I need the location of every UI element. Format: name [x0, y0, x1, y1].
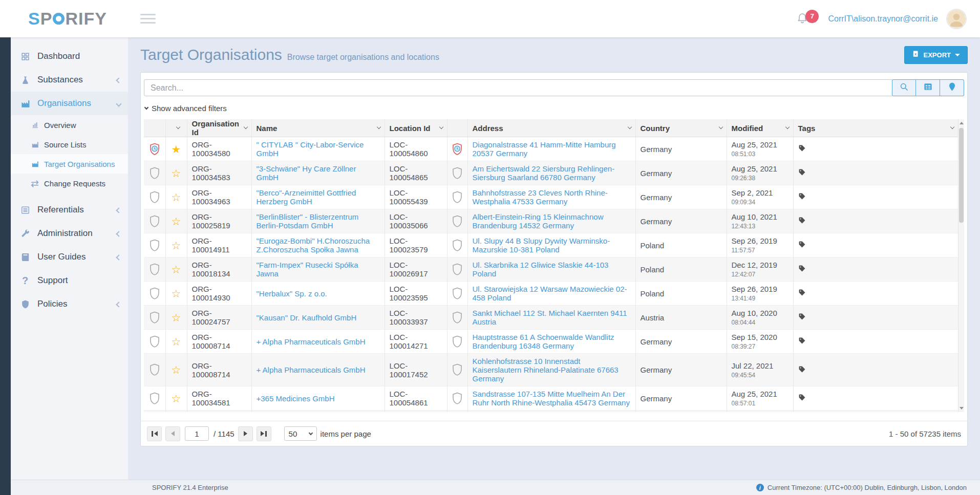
org-name-link[interactable]: + Alpha Pharmaceuticals GmbH: [257, 337, 366, 346]
avatar[interactable]: [946, 9, 967, 29]
search-button[interactable]: [892, 79, 916, 96]
tag-icon[interactable]: [798, 289, 806, 298]
search-input[interactable]: [144, 79, 892, 96]
tag-icon[interactable]: [798, 366, 806, 375]
sidebar-item-support[interactable]: ?Support: [11, 269, 128, 292]
star-icon[interactable]: ☆: [172, 312, 181, 324]
header-location-id[interactable]: Location Id: [385, 119, 447, 137]
org-name-link[interactable]: "Kausan" Dr. Kaufhold GmbH: [257, 313, 357, 322]
column-menu-icon[interactable]: [627, 125, 631, 129]
favorite-star[interactable]: ☆: [165, 161, 187, 185]
sidebar-item-administration[interactable]: Administration: [11, 222, 128, 245]
address-link[interactable]: Ul. Skarbnika 12 Gliwice Slaskie 44-103 …: [473, 261, 609, 278]
favorite-star[interactable]: ☆: [165, 257, 187, 282]
header-organisation-id[interactable]: Organisation Id: [187, 119, 251, 137]
star-icon[interactable]: ☆: [172, 240, 181, 251]
tag-icon[interactable]: [798, 313, 806, 322]
star-icon[interactable]: ☆: [172, 393, 181, 404]
address-link[interactable]: Albert-Einstein-Ring 15 Kleinmachnow Bra…: [473, 212, 604, 230]
address-link[interactable]: Sandstrasse 107-135 Mitte Muelheim An De…: [473, 390, 630, 407]
sidebar-item-referentials[interactable]: Referentials: [11, 198, 128, 222]
page-number-input[interactable]: [185, 426, 209, 441]
address-link[interactable]: Ul. Starowiejska 12 Warsaw Mazowieckie 0…: [473, 285, 627, 302]
tag-icon[interactable]: [798, 337, 806, 346]
address-link[interactable]: Ul. Slupy 44 B Slupy Dywity Warminsko-Ma…: [473, 236, 610, 254]
favorite-star[interactable]: ☆: [165, 411, 187, 413]
favorite-star[interactable]: ☆: [165, 185, 187, 209]
favorite-star[interactable]: ☆: [165, 330, 187, 354]
org-name-link[interactable]: "Eurogaz-Bombi" H.Choroszucha Z.Choroszu…: [257, 236, 370, 254]
sidebar-item-policies[interactable]: Policies: [11, 292, 128, 316]
address-link[interactable]: Sankt Michael 112 St. Michael Kaernten 9…: [473, 309, 627, 326]
last-page-button[interactable]: [257, 426, 271, 441]
star-icon[interactable]: ☆: [172, 167, 181, 179]
scroll-up-button[interactable]: [958, 119, 964, 127]
header-modified[interactable]: Modified: [727, 119, 793, 137]
header-star-column[interactable]: [165, 119, 187, 137]
app-logo[interactable]: SPRIFY: [28, 9, 107, 29]
org-name-link[interactable]: "Herbalux" Sp. z o.o.: [257, 289, 327, 298]
org-name-link[interactable]: "3-Schwäne" Hy Care Zöllner GmbH: [257, 164, 356, 182]
star-icon[interactable]: ☆: [172, 216, 181, 227]
star-icon[interactable]: ★: [172, 143, 181, 155]
org-name-link[interactable]: "Berco"-Arzneimittel Gottfried Herzberg …: [257, 188, 356, 206]
grid-view-button[interactable]: [916, 79, 940, 96]
org-name-link[interactable]: "BerlinBlister" - Blisterzentrum Berlin-…: [257, 212, 359, 230]
address-link[interactable]: Am Eichertswald 22 Siersburg Rehlingen-S…: [473, 164, 615, 182]
tag-icon[interactable]: [798, 145, 806, 154]
menu-toggle-icon[interactable]: [140, 14, 156, 24]
sidebar-item-dashboard[interactable]: Dashboard: [11, 45, 128, 68]
favorite-star[interactable]: ☆: [165, 209, 187, 233]
favorite-star[interactable]: ☆: [165, 354, 187, 386]
first-page-button[interactable]: [147, 426, 162, 441]
export-button[interactable]: x EXPORT: [904, 46, 968, 64]
star-icon[interactable]: ☆: [172, 264, 181, 275]
tag-icon[interactable]: [798, 193, 806, 202]
star-icon[interactable]: ☆: [172, 191, 181, 203]
column-menu-icon[interactable]: [785, 125, 789, 129]
sidebar-item-change-requests[interactable]: ⇄Change Requests: [11, 174, 128, 193]
next-page-button[interactable]: [238, 426, 253, 441]
header-tags[interactable]: Tags: [793, 119, 958, 137]
column-menu-icon[interactable]: [176, 125, 180, 129]
notifications-button[interactable]: 7: [796, 11, 820, 27]
previous-page-button[interactable]: [165, 426, 180, 441]
header-address[interactable]: Address: [467, 119, 635, 137]
sidebar-item-organisations[interactable]: Organisations: [11, 92, 128, 115]
map-view-button[interactable]: [940, 79, 964, 96]
tag-icon[interactable]: [798, 241, 806, 250]
column-menu-icon[interactable]: [376, 125, 380, 129]
vertical-scrollbar[interactable]: [958, 119, 964, 412]
star-icon[interactable]: ☆: [172, 364, 181, 376]
scroll-down-button[interactable]: [958, 404, 964, 412]
sidebar-item-user-guides[interactable]: User Guides: [11, 245, 128, 269]
scrollbar-thumb[interactable]: [959, 128, 964, 223]
star-icon[interactable]: ☆: [172, 288, 181, 299]
user-account-menu[interactable]: CorrIT\alison.traynor@corrit.ie: [828, 14, 938, 24]
address-link[interactable]: Diagonalstrasse 41 Hamm-Mitte Hamburg 20…: [473, 140, 616, 158]
favorite-star[interactable]: ☆: [165, 306, 187, 330]
column-menu-icon[interactable]: [718, 125, 722, 129]
sidebar-item-source-lists[interactable]: Source Lists: [11, 135, 128, 154]
favorite-star[interactable]: ☆: [165, 386, 187, 411]
tag-icon[interactable]: [798, 217, 806, 226]
org-name-link[interactable]: " CITYLAB " City-Labor-Service GmbH: [257, 140, 364, 158]
column-menu-icon[interactable]: [950, 125, 954, 129]
favorite-star[interactable]: ☆: [165, 282, 187, 306]
favorite-star[interactable]: ★: [165, 137, 187, 161]
org-name-link[interactable]: + Alpha Pharmaceuticals GmbH: [257, 365, 366, 374]
tag-icon[interactable]: [798, 265, 806, 274]
org-name-link[interactable]: +365 Medicines GmbH: [257, 394, 335, 403]
column-menu-icon[interactable]: [439, 125, 443, 129]
sidebar-item-overview[interactable]: Overview: [11, 115, 128, 135]
tag-icon[interactable]: [798, 394, 806, 403]
header-country[interactable]: Country: [635, 119, 727, 137]
page-size-select[interactable]: 50: [284, 426, 317, 441]
address-link[interactable]: Hauptstrasse 61 A Schoenwalde Wandlitz B…: [473, 333, 614, 350]
address-link[interactable]: Kohlenhofstrasse 10 Innenstadt Kaisersla…: [473, 357, 619, 383]
column-menu-icon[interactable]: [243, 125, 247, 129]
sidebar-item-substances[interactable]: Substances: [11, 68, 128, 92]
advanced-filters-toggle[interactable]: Show advanced filters: [141, 99, 274, 119]
favorite-star[interactable]: ☆: [165, 233, 187, 257]
org-name-link[interactable]: "Farm-Impex" Rusecki Spółka Jawna: [257, 261, 358, 278]
